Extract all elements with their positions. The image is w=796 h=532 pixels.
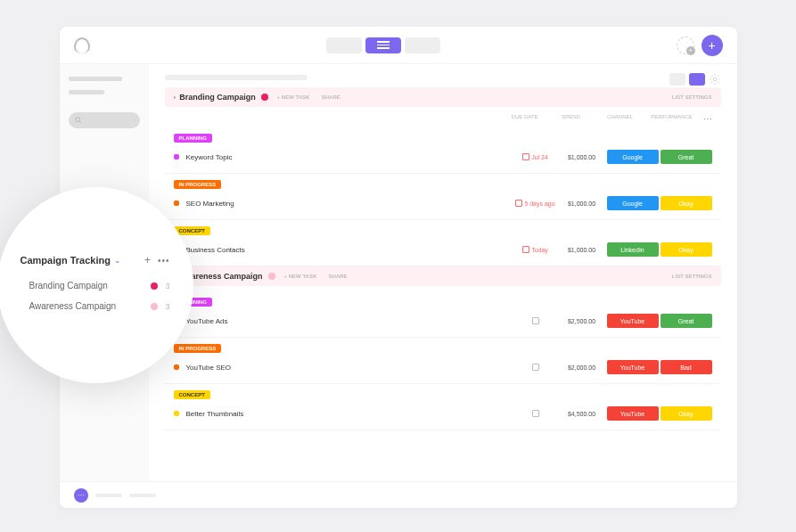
breadcrumb-skeleton: [165, 75, 308, 80]
sidebar-popover: Campaign Tracking ⌄ + ••• Branding Campa…: [0, 187, 193, 383]
task-spend: $4,500.00: [559, 411, 605, 417]
task-row[interactable]: Business Contacts Today$1,000.00LinkedIn…: [165, 237, 721, 266]
color-dot: [151, 303, 158, 310]
status-label[interactable]: CONCEPT: [174, 390, 210, 399]
status-label[interactable]: IN PROGRESS: [174, 344, 222, 353]
popover-item-label: Awareness Campaign: [29, 301, 117, 311]
color-dot: [268, 273, 275, 280]
folder-header[interactable]: ›Awareness Campaign+ NEW TASK SHARELIST …: [165, 266, 721, 286]
list-settings-link[interactable]: LIST SETTINGS: [672, 274, 712, 279]
add-list-button[interactable]: +: [144, 254, 151, 266]
channel-chip[interactable]: YouTube: [607, 406, 659, 421]
popover-title[interactable]: Campaign Tracking: [21, 255, 111, 266]
chevron-down-icon[interactable]: ⌄: [114, 256, 121, 265]
col-due: DUE DATE: [502, 114, 548, 124]
status-bullet: [174, 201, 179, 206]
new-task-link[interactable]: + NEW TASK: [277, 94, 310, 100]
color-dot: [261, 94, 268, 101]
task-name: Better Thumbnails: [186, 410, 513, 418]
share-link[interactable]: SHARE: [318, 94, 340, 100]
calendar-icon: [522, 153, 529, 160]
logo-icon: [74, 37, 90, 53]
calendar-icon[interactable]: [532, 410, 539, 417]
svg-point-0: [75, 118, 79, 122]
performance-chip[interactable]: Bad: [661, 360, 712, 374]
col-spend: SPEND: [548, 114, 595, 124]
view-tab-other[interactable]: [405, 37, 440, 53]
popover-item[interactable]: Awareness Campaign3: [21, 296, 170, 316]
task-row[interactable]: Keyword Topic Jul 24$1,000.00GoogleGreat: [165, 144, 721, 174]
popover-item-label: Branding Campaign: [29, 281, 108, 291]
task-name: YouTube Ads: [186, 317, 513, 325]
popover-item-count: 3: [165, 282, 169, 291]
popover-item[interactable]: Branding Campaign3: [21, 275, 170, 296]
column-headers: DUE DATESPENDCHANNELPERFORMANCE⋯: [165, 112, 721, 127]
channel-chip[interactable]: Google: [607, 196, 659, 210]
channel-chip[interactable]: LinkedIn: [607, 242, 659, 257]
new-task-link[interactable]: + NEW TASK: [284, 274, 317, 279]
task-name: SEO Marketing: [186, 200, 513, 208]
svg-line-1: [79, 121, 81, 123]
chat-button[interactable]: ⋯: [74, 488, 88, 503]
popover-header: Campaign Tracking ⌄ + •••: [21, 254, 170, 266]
calendar-icon[interactable]: [532, 317, 539, 324]
bottom-skeleton: [95, 494, 122, 497]
task-due[interactable]: [513, 317, 559, 324]
task-due[interactable]: [513, 364, 559, 371]
task-spend: $2,000.00: [559, 364, 605, 371]
bottom-bar: ⋯: [60, 481, 737, 508]
task-due[interactable]: Jul 24: [513, 153, 559, 160]
performance-chip[interactable]: Great: [661, 314, 712, 328]
calendar-icon: [522, 246, 529, 253]
toggle-option[interactable]: [669, 73, 685, 86]
top-bar: +: [60, 27, 737, 64]
task-row[interactable]: Better Thumbnails$4,500.00YouTubeOkay: [165, 401, 721, 430]
col-performance: PERFORMANCE: [646, 114, 698, 124]
task-row[interactable]: SEO Marketing 5 days ago$1,000.00GoogleO…: [165, 191, 721, 220]
more-columns-icon[interactable]: ⋯: [703, 114, 712, 124]
status-label[interactable]: PLANNING: [174, 134, 212, 143]
share-link[interactable]: SHARE: [325, 274, 347, 279]
performance-chip[interactable]: Great: [661, 150, 712, 164]
task-row[interactable]: YouTube Ads$2,500.00YouTubeGreat: [165, 308, 721, 338]
task-due[interactable]: [513, 410, 559, 417]
performance-chip[interactable]: Okay: [661, 406, 712, 421]
search-icon: [74, 116, 83, 125]
popover-item-count: 3: [165, 302, 169, 311]
view-tab-list[interactable]: [365, 37, 401, 53]
list-settings-link[interactable]: LIST SETTINGS: [672, 94, 712, 100]
performance-chip[interactable]: Okay: [661, 242, 712, 257]
task-spend: $1,000.00: [559, 201, 605, 207]
color-dot: [151, 282, 158, 290]
channel-chip[interactable]: Google: [607, 150, 659, 164]
sidebar-skeleton: [69, 77, 122, 81]
view-switcher: [326, 37, 440, 53]
gear-icon[interactable]: [709, 73, 721, 86]
channel-chip[interactable]: YouTube: [607, 360, 659, 374]
toggle-option-active[interactable]: [689, 73, 705, 86]
col-channel: CHANNEL: [595, 114, 646, 124]
app-window: + ›Branding Campaign+ NEW TASK SHARELIST…: [60, 27, 737, 508]
status-label[interactable]: IN PROGRESS: [174, 180, 222, 189]
task-due[interactable]: Today: [513, 246, 559, 253]
bottom-skeleton: [129, 494, 156, 497]
task-spend: $1,000.00: [559, 154, 605, 160]
view-tab-board[interactable]: [326, 37, 362, 53]
list-icon: [377, 41, 390, 49]
task-name: YouTube SEO: [186, 364, 513, 372]
search-input[interactable]: [69, 112, 140, 128]
task-spend: $2,500.00: [559, 318, 605, 324]
channel-chip[interactable]: YouTube: [607, 314, 659, 328]
task-due[interactable]: 5 days ago: [513, 200, 559, 207]
calendar-icon[interactable]: [532, 364, 539, 371]
performance-chip[interactable]: Okay: [661, 196, 712, 210]
task-spend: $1,000.00: [559, 247, 605, 253]
invite-avatar[interactable]: [677, 37, 694, 54]
task-name: Keyword Topic: [186, 153, 513, 161]
svg-point-2: [713, 78, 717, 81]
add-button[interactable]: +: [702, 35, 723, 56]
status-bullet: [174, 411, 179, 416]
folder-header[interactable]: ›Branding Campaign+ NEW TASK SHARELIST S…: [165, 87, 721, 107]
task-row[interactable]: YouTube SEO$2,000.00YouTubeBad: [165, 355, 721, 384]
more-icon[interactable]: •••: [158, 256, 170, 266]
